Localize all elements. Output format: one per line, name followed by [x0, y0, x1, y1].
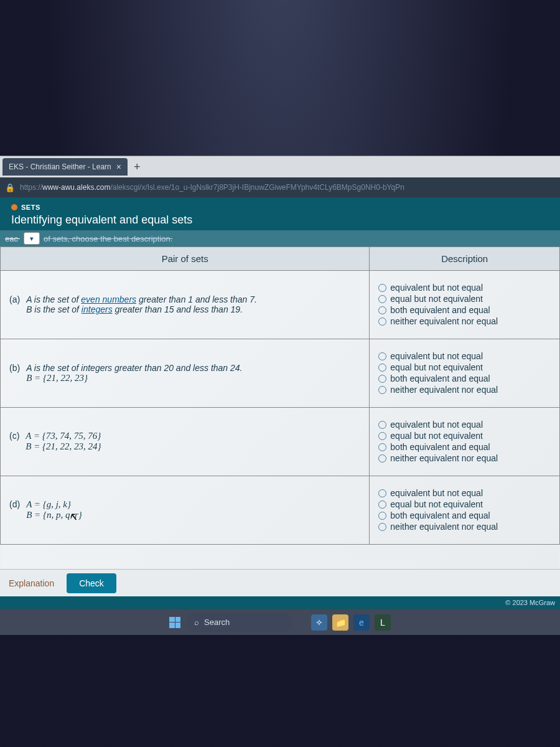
radio-option[interactable]: both equivalent and equal: [378, 304, 551, 316]
chevron-down-icon: ▾: [30, 235, 34, 243]
url-text: https://www-awu.aleks.com/alekscgi/x/Isl…: [20, 183, 404, 192]
underlined-term[interactable]: integers: [82, 304, 113, 314]
row-label: (b): [9, 363, 20, 383]
row-label: (c): [9, 431, 19, 452]
radio-icon: [378, 500, 386, 509]
row-label: (a): [9, 294, 20, 314]
radio-option[interactable]: neither equivalent nor equal: [378, 384, 551, 395]
copyright-text: © 2023 McGraw: [0, 596, 560, 609]
tab-title: EKS - Christian Seither - Learn: [9, 162, 111, 171]
radio-icon: [378, 295, 386, 303]
radio-icon: [378, 386, 386, 394]
lock-icon: 🔒: [5, 183, 15, 192]
radio-option[interactable]: equal but not equivalent: [378, 499, 551, 510]
lesson-header: SETS Identifying equivalent and equal se…: [0, 197, 560, 230]
row-label: (d): [9, 499, 20, 520]
instruction-cutoff: eac: [5, 234, 20, 243]
radio-icon: [378, 364, 386, 372]
tab-bar: EKS - Christian Seither - Learn × +: [0, 156, 560, 177]
table-row: (c) A = {73, 74, 75, 76} B = {21, 22, 23…: [1, 407, 560, 476]
radio-option[interactable]: equal but not equivalent: [378, 362, 551, 373]
taskbar-app-icon[interactable]: 📁: [332, 614, 348, 631]
radio-option[interactable]: both equivalent and equal: [378, 510, 551, 521]
col-desc-header: Description: [370, 247, 560, 271]
instruction-text: of sets, choose the best description.: [44, 234, 172, 243]
radio-option[interactable]: both equivalent and equal: [378, 441, 551, 453]
instruction-bar: eac ▾ of sets, choose the best descripti…: [0, 230, 560, 247]
radio-icon: [378, 489, 386, 497]
radio-icon: [378, 454, 386, 463]
underlined-term[interactable]: even numbers: [81, 294, 136, 304]
radio-icon: [378, 443, 386, 451]
taskbar: ⌕ Search ✧ 📁 e L: [0, 609, 560, 635]
action-bar: Explanation Check: [0, 569, 560, 596]
table-row: (a) A is the set of even numbers greater…: [1, 271, 560, 339]
col-pair-header: Pair of sets: [1, 247, 370, 271]
new-tab-button[interactable]: +: [128, 161, 147, 174]
radio-icon: [378, 523, 386, 531]
radio-icon: [378, 512, 386, 520]
browser-tab[interactable]: EKS - Christian Seither - Learn ×: [2, 158, 128, 176]
radio-icon: [378, 306, 386, 314]
cursor-icon: ↖: [68, 510, 78, 524]
radio-option[interactable]: neither equivalent nor equal: [378, 453, 551, 464]
radio-option[interactable]: neither equivalent nor equal: [378, 316, 551, 327]
radio-option[interactable]: neither equivalent nor equal: [378, 521, 551, 532]
radio-option[interactable]: both equivalent and equal: [378, 373, 551, 384]
dot-icon: [11, 204, 17, 210]
dropdown-button[interactable]: ▾: [24, 232, 40, 245]
browser-window: EKS - Christian Seither - Learn × + 🔒 ht…: [0, 156, 560, 635]
windows-start-icon[interactable]: [169, 617, 180, 628]
address-bar[interactable]: 🔒 https://www-awu.aleks.com/alekscgi/x/I…: [0, 177, 560, 197]
close-icon[interactable]: ×: [116, 162, 121, 172]
explanation-link[interactable]: Explanation: [9, 578, 54, 588]
radio-option[interactable]: equivalent but not equal: [378, 350, 551, 362]
radio-option[interactable]: equivalent but not equal: [378, 419, 551, 430]
question-table: Pair of sets Description (a) A is the se…: [0, 247, 560, 569]
topic-badge: SETS: [11, 204, 549, 211]
radio-icon: [378, 421, 386, 429]
lesson-title: Identifying equivalent and equal sets: [11, 214, 549, 227]
radio-option[interactable]: equal but not equivalent: [378, 293, 551, 304]
taskbar-app-icon[interactable]: ✧: [311, 614, 327, 631]
taskbar-app-icon[interactable]: e: [353, 614, 370, 631]
search-icon: ⌕: [194, 618, 199, 627]
check-button[interactable]: Check: [67, 573, 116, 593]
radio-icon: [378, 284, 386, 292]
taskbar-app-icon[interactable]: L: [375, 614, 391, 631]
radio-icon: [378, 375, 386, 383]
radio-icon: [378, 432, 386, 440]
radio-option[interactable]: equal but not equivalent: [378, 430, 551, 441]
radio-option[interactable]: equivalent but not equal: [378, 282, 551, 293]
radio-option[interactable]: equivalent but not equal: [378, 487, 551, 499]
search-placeholder: Search: [204, 618, 230, 627]
table-row: (b) A is the set of integers greater tha…: [1, 339, 560, 407]
taskbar-search[interactable]: ⌕ Search: [187, 613, 292, 632]
radio-icon: [378, 352, 386, 360]
table-row: (d) A = {g, j, k} B = {n, p, q, r} ↖ equ…: [1, 476, 560, 544]
radio-icon: [378, 317, 386, 326]
badge-text: SETS: [21, 204, 40, 211]
